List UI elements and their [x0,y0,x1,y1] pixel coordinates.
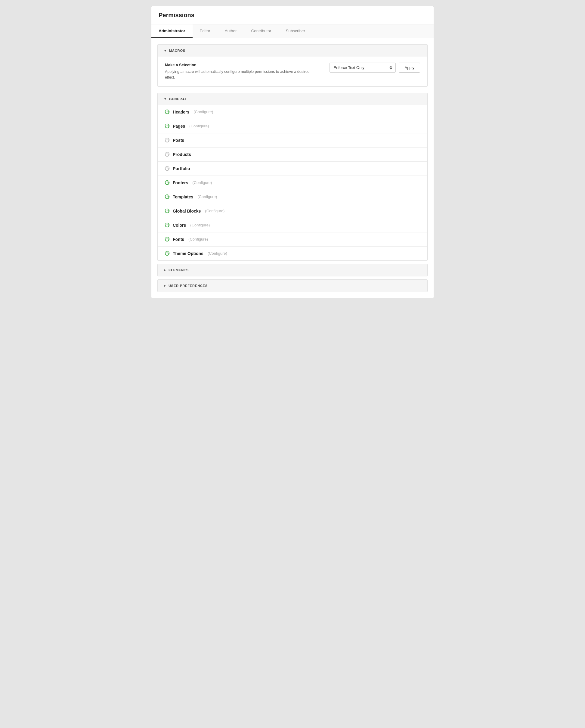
power-icon-portfolio [164,166,170,171]
general-section-header[interactable]: ▼ GENERAL [158,93,427,105]
general-item-templates-label: Templates [173,194,193,199]
general-item-headers-configure[interactable]: (Configure) [193,110,213,114]
power-icon-theme-options [164,251,170,256]
general-item-global-blocks-configure[interactable]: (Configure) [205,209,224,213]
general-item-pages-label: Pages [173,124,185,129]
general-item-global-blocks-label: Global Blocks [173,209,201,213]
macros-make-selection-label: Make a Selection [165,62,320,67]
general-section: ▼ GENERAL Headers (Configure) [157,93,428,261]
general-item-theme-options-configure[interactable]: (Configure) [208,251,227,256]
macros-controls: Enforce Text Only Read Only No Restricti… [329,62,420,73]
user-preferences-section: ▶ USER PREFERENCES [157,279,428,292]
general-item-global-blocks[interactable]: Global Blocks (Configure) [158,204,427,218]
general-item-colors-label: Colors [173,223,186,228]
general-item-footers[interactable]: Footers (Configure) [158,176,427,190]
general-arrow-icon: ▼ [164,97,167,101]
macros-section-header[interactable]: ▼ MACROS [158,45,427,57]
general-item-footers-label: Footers [173,180,188,185]
macros-content: Make a Selection Applying a macro will a… [158,57,427,86]
elements-section-title: ELEMENTS [168,268,189,272]
power-icon-headers [164,109,170,115]
tab-administrator[interactable]: Administrator [151,24,193,38]
general-section-title: GENERAL [169,97,187,101]
permissions-container: Permissions Administrator Editor Author … [151,6,434,298]
general-item-products-label: Products [173,152,191,157]
macros-arrow-icon: ▼ [164,49,167,52]
general-item-products[interactable]: Products [158,148,427,162]
power-icon-global-blocks [164,208,170,214]
elements-section: ▶ ELEMENTS [157,264,428,277]
page-title: Permissions [159,12,426,19]
tab-contributor[interactable]: Contributor [244,24,278,38]
elements-arrow-icon: ▶ [164,268,166,271]
user-preferences-arrow-icon: ▶ [164,284,166,287]
general-item-fonts-configure[interactable]: (Configure) [188,237,208,241]
user-preferences-section-title: USER PREFERENCES [168,284,208,288]
apply-button[interactable]: Apply [399,62,420,73]
general-item-templates-configure[interactable]: (Configure) [197,194,217,199]
general-item-theme-options-label: Theme Options [173,251,204,256]
general-item-headers-label: Headers [173,110,189,114]
macros-section-title: MACROS [169,49,185,52]
general-item-posts-label: Posts [173,138,184,143]
power-icon-footers [164,180,170,185]
general-item-pages[interactable]: Pages (Configure) [158,119,427,133]
general-item-footers-configure[interactable]: (Configure) [192,180,212,185]
macros-section: ▼ MACROS Make a Selection Applying a mac… [157,44,428,87]
general-item-templates[interactable]: Templates (Configure) [158,190,427,204]
tab-subscriber[interactable]: Subscriber [278,24,312,38]
general-item-portfolio-label: Portfolio [173,166,190,171]
page-title-bar: Permissions [151,6,434,24]
user-preferences-section-header[interactable]: ▶ USER PREFERENCES [158,280,427,292]
tab-author[interactable]: Author [218,24,244,38]
general-item-fonts-label: Fonts [173,237,184,242]
general-item-posts[interactable]: Posts [158,133,427,148]
tab-editor[interactable]: Editor [193,24,218,38]
power-icon-posts [164,137,170,143]
power-icon-products [164,152,170,157]
power-icon-pages [164,124,170,129]
general-item-colors-configure[interactable]: (Configure) [190,223,210,227]
elements-section-header[interactable]: ▶ ELEMENTS [158,264,427,276]
general-item-portfolio[interactable]: Portfolio [158,162,427,176]
tabs-bar: Administrator Editor Author Contributor … [151,24,434,38]
general-item-pages-configure[interactable]: (Configure) [189,124,209,128]
general-items-list: Headers (Configure) Pages (Configure) [158,105,427,260]
general-item-theme-options[interactable]: Theme Options (Configure) [158,246,427,260]
power-icon-templates [164,194,170,200]
macros-select[interactable]: Enforce Text Only Read Only No Restricti… [329,62,396,73]
general-item-fonts[interactable]: Fonts (Configure) [158,232,427,246]
power-icon-fonts [164,237,170,242]
general-item-headers[interactable]: Headers (Configure) [158,105,427,119]
macros-description-text: Applying a macro will automatically conf… [165,69,320,80]
macros-description: Make a Selection Applying a macro will a… [165,62,320,80]
power-icon-colors [164,223,170,228]
general-item-colors[interactable]: Colors (Configure) [158,218,427,232]
